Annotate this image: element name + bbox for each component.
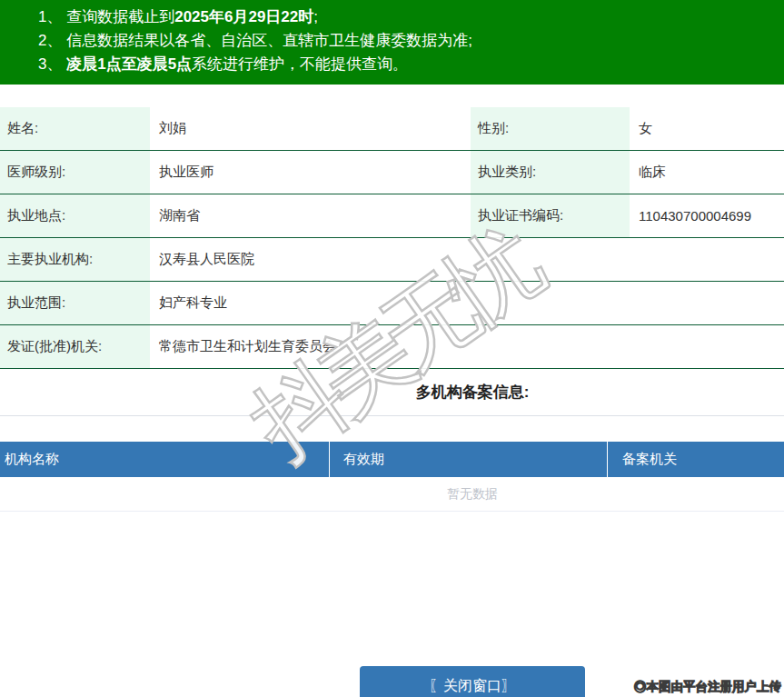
spacer <box>0 416 784 442</box>
query-result-page: 1、 查询数据截止到2025年6月29日22时; 2、 信息数据结果以各省、自治… <box>0 0 784 697</box>
label-doctor-level: 医师级别: <box>0 151 150 194</box>
label-name: 姓名: <box>0 107 150 150</box>
notice-bold-text: 凌晨1点至凌晨5点 <box>66 55 192 73</box>
notice-text: ; <box>313 8 318 25</box>
label-gender: 性别: <box>471 107 630 150</box>
info-table: 姓名: 刘娟 性别: 女 医师级别: 执业医师 执业类别: 临床 执业地点: 湖… <box>0 107 784 369</box>
value-license-number: 110430700004699 <box>630 194 784 237</box>
label-license-number: 执业证书编码: <box>471 194 630 237</box>
notice-text: 3、 <box>38 55 66 73</box>
empty-data-text: 暂无数据 <box>0 477 784 512</box>
label-main-institution: 主要执业机构: <box>0 238 150 281</box>
multi-org-table-header: 机构名称 有效期 备案机关 <box>0 442 784 477</box>
table-row: 姓名: 刘娟 性别: 女 <box>0 107 784 151</box>
notice-line-2: 2、 信息数据结果以各省、自治区、直辖市卫生健康委数据为准; <box>38 29 784 53</box>
table-row: 执业地点: 湖南省 执业证书编码: 110430700004699 <box>0 194 784 238</box>
table-row: 主要执业机构: 汉寿县人民医院 <box>0 238 784 282</box>
label-issuing-authority: 发证(批准)机关: <box>0 325 150 368</box>
value-practice-scope: 妇产科专业 <box>150 282 784 324</box>
notice-banner: 1、 查询数据截止到2025年6月29日22时; 2、 信息数据结果以各省、自治… <box>0 0 784 85</box>
table-row: 发证(批准)机关: 常德市卫生和计划生育委员会 <box>0 325 784 369</box>
notice-text: 2、 信息数据结果以各省、自治区、直辖市卫生健康委数据为准; <box>38 32 472 49</box>
notice-line-1: 1、 查询数据截止到2025年6月29日22时; <box>38 5 784 29</box>
label-practice-scope: 执业范围: <box>0 282 150 324</box>
value-practice-location: 湖南省 <box>150 194 471 237</box>
col-filing-authority: 备案机关 <box>608 442 784 477</box>
col-validity-period: 有效期 <box>330 442 608 477</box>
close-window-button[interactable]: 〖关闭窗口〗 <box>360 666 585 697</box>
col-institution-name: 机构名称 <box>0 442 330 477</box>
notice-bold-text: 2025年6月29日22时 <box>174 8 313 25</box>
value-issuing-authority: 常德市卫生和计划生育委员会 <box>150 325 784 368</box>
value-name: 刘娟 <box>150 107 471 150</box>
value-doctor-level: 执业医师 <box>150 151 471 194</box>
label-practice-location: 执业地点: <box>0 194 150 237</box>
table-row: 医师级别: 执业医师 执业类别: 临床 <box>0 151 784 194</box>
multi-org-heading: 多机构备案信息: <box>416 382 530 403</box>
value-gender: 女 <box>630 107 784 150</box>
notice-text: 1、 查询数据截止到 <box>38 8 174 25</box>
multi-org-section: 多机构备案信息: <box>0 369 784 416</box>
value-main-institution: 汉寿县人民医院 <box>150 238 784 281</box>
notice-text: 系统进行维护，不能提供查询。 <box>192 55 408 73</box>
label-practice-category: 执业类别: <box>471 151 630 194</box>
value-practice-category: 临床 <box>630 151 784 194</box>
notice-line-3: 3、 凌晨1点至凌晨5点系统进行维护，不能提供查询。 <box>38 53 784 76</box>
table-row: 执业范围: 妇产科专业 <box>0 282 784 325</box>
